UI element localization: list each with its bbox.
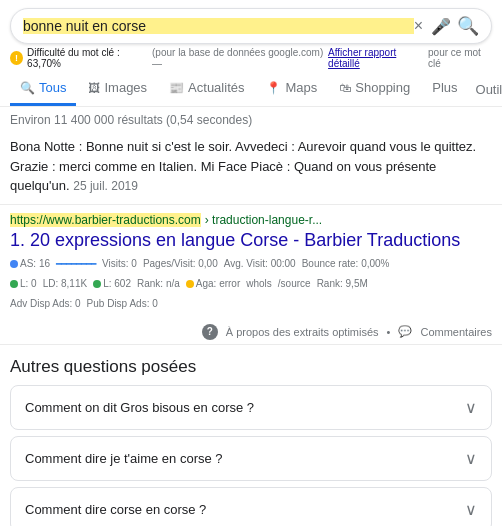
question-text-0: Comment on dit Gros bisous en corse ? <box>25 400 254 415</box>
result-1-url: https://www.barbier-traductions.com › tr… <box>10 213 492 227</box>
result-1-title[interactable]: 1. 20 expressions en langue Corse - Barb… <box>10 229 492 252</box>
chevron-down-icon-2: ∨ <box>465 500 477 519</box>
extracts-separator: • <box>387 326 391 338</box>
seo-ld: LD: 8,11K <box>43 276 87 292</box>
seo-avg-visit: Avg. Visit: 00:00 <box>224 256 296 272</box>
tab-shopping[interactable]: 🛍 Shopping <box>329 72 420 106</box>
difficulty-text: Difficulté du mot clé : 63,70% <box>27 47 148 69</box>
featured-snippet-date: 25 juil. 2019 <box>73 179 138 193</box>
seo-metrics-row2: L: 0 LD: 8,11K L: 602 Rank: n/a Aga: err… <box>10 276 492 292</box>
question-item-1[interactable]: Comment dire je t'aime en corse ? ∨ <box>10 436 492 481</box>
voice-icon[interactable]: 🎤 <box>431 17 451 36</box>
search-input-wrapper: bonne nuit en corse × 🎤 🔍 <box>10 8 492 44</box>
tab-actualites-label: Actualités <box>188 80 244 95</box>
seo-l0: L: 0 <box>10 276 37 292</box>
tab-tous-label: Tous <box>39 80 66 95</box>
autres-questions-section: Autres questions posées Comment on dit G… <box>0 345 502 526</box>
question-item-2[interactable]: Comment dire corse en corse ? ∨ <box>10 487 492 526</box>
search-bar-area: bonne nuit en corse × 🎤 🔍 <box>0 0 502 44</box>
result-1: https://www.barbier-traductions.com › tr… <box>0 205 502 320</box>
clear-icon[interactable]: × <box>414 17 423 35</box>
seo-pages-visit: Pages/Visit: 0,00 <box>143 256 218 272</box>
question-text-1: Comment dire je t'aime en corse ? <box>25 451 223 466</box>
seo-dot-aga <box>186 280 194 288</box>
difficulty-icon: ! <box>10 51 23 65</box>
seo-dot-l602 <box>93 280 101 288</box>
extracts-link[interactable]: À propos des extraits optimisés <box>226 326 379 338</box>
shopping-icon: 🛍 <box>339 81 351 95</box>
maps-icon: 📍 <box>266 81 281 95</box>
extracts-comments-link[interactable]: Commentaires <box>420 326 492 338</box>
seo-dot-as <box>10 260 18 268</box>
seo-aga: Aga: error <box>186 276 240 292</box>
seo-metrics-row3: Adv Disp Ads: 0 Pub Disp Ads: 0 <box>10 296 492 312</box>
difficulty-suffix: pour ce mot clé <box>428 47 492 69</box>
seo-rank2: Rank: 9,5M <box>317 276 368 292</box>
tab-actualites[interactable]: 📰 Actualités <box>159 72 254 106</box>
seo-dot-l0 <box>10 280 18 288</box>
question-text-2: Comment dire corse en corse ? <box>25 502 206 517</box>
tab-plus[interactable]: Plus <box>422 72 467 106</box>
extracts-icon: ? <box>202 324 218 340</box>
nav-tabs: 🔍 Tous 🖼 Images 📰 Actualités 📍 Maps 🛍 Sh… <box>0 72 502 107</box>
seo-as-bar: ━━━━━━━━ <box>56 256 96 272</box>
tools-button[interactable]: Outils <box>470 74 502 105</box>
seo-l602: L: 602 <box>93 276 131 292</box>
search-input[interactable]: bonne nuit en corse <box>23 18 414 34</box>
result-1-url-path: › traduction-langue-r... <box>205 213 322 227</box>
results-count: Environ 11 400 000 résultats (0,54 secon… <box>0 107 502 131</box>
actualites-icon: 📰 <box>169 81 184 95</box>
autres-questions-title: Autres questions posées <box>10 357 492 377</box>
search-icon[interactable]: 🔍 <box>457 15 479 37</box>
tous-icon: 🔍 <box>20 81 35 95</box>
extracts-comments-icon: 💬 <box>398 325 412 338</box>
seo-metrics-row1: AS: 16 ━━━━━━━━ Visits: 0 Pages/Visit: 0… <box>10 256 492 272</box>
question-item-0[interactable]: Comment on dit Gros bisous en corse ? ∨ <box>10 385 492 430</box>
seo-whols: whols <box>246 276 272 292</box>
seo-rank-na: Rank: n/a <box>137 276 180 292</box>
chevron-down-icon-0: ∨ <box>465 398 477 417</box>
tab-plus-label: Plus <box>432 80 457 95</box>
seo-adv: Adv Disp Ads: 0 <box>10 296 81 312</box>
difficulty-bar: ! Difficulté du mot clé : 63,70% (pour l… <box>0 44 502 72</box>
extracts-bar: ? À propos des extraits optimisés • 💬 Co… <box>0 320 502 345</box>
tab-tous[interactable]: 🔍 Tous <box>10 72 76 106</box>
difficulty-detail: (pour la base de données google.com) — <box>152 47 324 69</box>
seo-visits: Visits: 0 <box>102 256 137 272</box>
tab-images-label: Images <box>104 80 147 95</box>
chevron-down-icon-1: ∨ <box>465 449 477 468</box>
tab-maps-label: Maps <box>285 80 317 95</box>
tab-shopping-label: Shopping <box>355 80 410 95</box>
tab-maps[interactable]: 📍 Maps <box>256 72 327 106</box>
seo-pub: Pub Disp Ads: 0 <box>87 296 158 312</box>
difficulty-link[interactable]: Afficher rapport détaillé <box>328 47 424 69</box>
seo-source: /source <box>278 276 311 292</box>
featured-snippet: Bona Notte : Bonne nuit si c'est le soir… <box>0 131 502 205</box>
images-icon: 🖼 <box>88 81 100 95</box>
seo-as: AS: 16 <box>10 256 50 272</box>
result-1-url-highlight: https://www.barbier-traductions.com <box>10 213 201 227</box>
seo-bounce: Bounce rate: 0,00% <box>302 256 390 272</box>
tab-images[interactable]: 🖼 Images <box>78 72 157 106</box>
